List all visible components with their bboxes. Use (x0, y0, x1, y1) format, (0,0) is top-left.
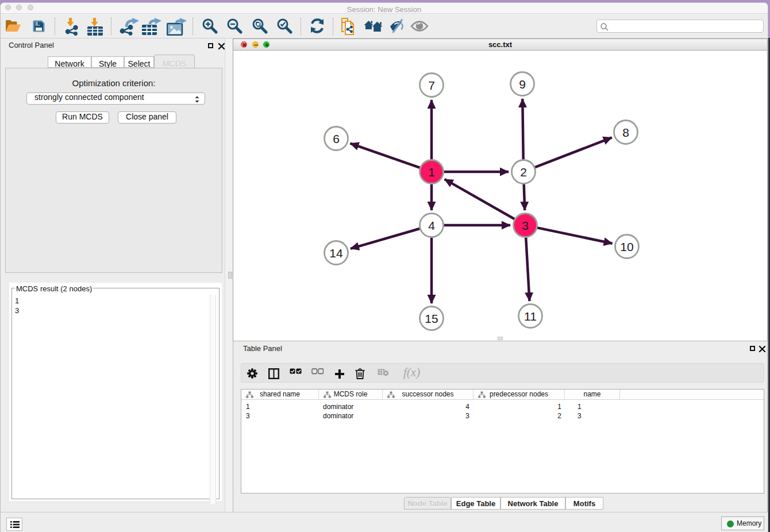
svg-text:4: 4 (428, 219, 435, 232)
svg-text:1: 1 (428, 165, 435, 179)
svg-text:15: 15 (425, 312, 438, 325)
svg-text:11: 11 (524, 310, 537, 323)
svg-text:2: 2 (520, 165, 527, 179)
svg-text:7: 7 (428, 79, 435, 92)
svg-text:6: 6 (333, 132, 340, 145)
svg-text:3: 3 (522, 219, 529, 232)
svg-text:10: 10 (620, 240, 633, 253)
svg-text:8: 8 (622, 126, 629, 139)
svg-text:14: 14 (329, 246, 343, 260)
svg-text:9: 9 (519, 78, 526, 91)
